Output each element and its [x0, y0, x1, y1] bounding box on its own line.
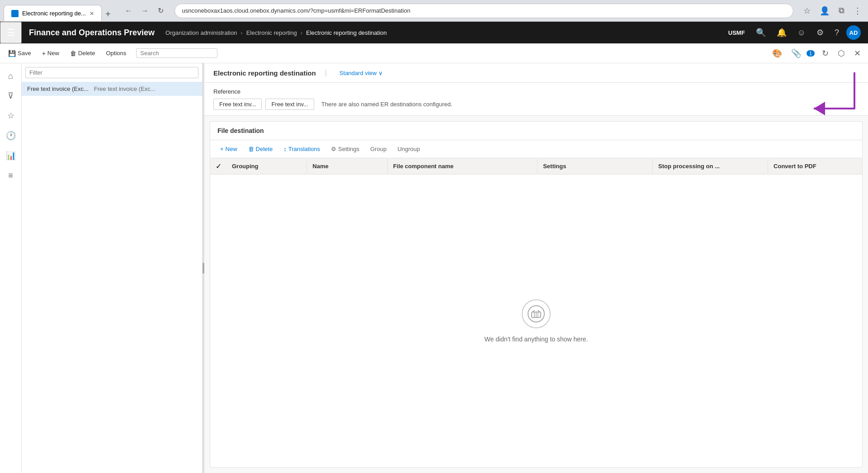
list-nav-button[interactable]: ≡: [2, 166, 20, 184]
col-grouping-header[interactable]: Grouping: [226, 159, 307, 173]
browser-menu-button[interactable]: ⋮: [851, 4, 864, 18]
settings-fd-button[interactable]: ⚙ Settings: [326, 144, 364, 154]
header-help-icon[interactable]: ?: [831, 26, 843, 39]
browser-chrome: Electronic reporting de... ✕ + ← → ↻ usn…: [0, 0, 868, 22]
table-header: ✓ Grouping Name File component name Sett…: [210, 158, 862, 175]
file-destination-section: File destination + New 🗑 Delete ↕ Transl…: [210, 121, 863, 468]
empty-state-text: We didn't find anything to show here.: [485, 336, 588, 343]
forward-button[interactable]: →: [138, 5, 152, 17]
breadcrumb-sep-2: ›: [301, 29, 302, 36]
save-label: Save: [18, 50, 31, 57]
reference-section: Reference Free text inv... Free text inv…: [204, 83, 868, 116]
ref-button-2[interactable]: Free text inv...: [265, 99, 314, 110]
tab-title: Electronic reporting de...: [22, 10, 86, 17]
new-label: New: [47, 50, 59, 57]
bookmark-button[interactable]: ☆: [801, 4, 813, 18]
extensions-button[interactable]: ⧉: [836, 4, 847, 17]
header-search-icon[interactable]: 🔍: [752, 26, 769, 39]
filter-nav-button[interactable]: ⊽: [2, 87, 20, 105]
breadcrumb: Organization administration › Electronic…: [162, 29, 721, 36]
save-icon: 💾: [8, 50, 16, 57]
delete-button[interactable]: 🗑 Delete: [66, 48, 100, 59]
new-fd-button[interactable]: + New: [216, 144, 242, 154]
left-nav: ⌂ ⊽ ☆ 🕐 📊 ≡: [0, 63, 22, 473]
hamburger-menu-button[interactable]: ☰: [0, 22, 22, 43]
list-items: Free text invoice (Exc... Free text invo…: [22, 82, 202, 473]
translations-fd-label: Translations: [288, 146, 320, 152]
group-fd-label: Group: [370, 146, 387, 152]
list-filter-input[interactable]: [25, 67, 198, 78]
header-actions: USMF 🔍 🔔 ☺ ⚙ ? AD: [721, 25, 868, 40]
address-bar[interactable]: usnconeboxax1aos.cloud.onebox.dynamics.c…: [175, 4, 793, 18]
close-detail-icon[interactable]: ✕: [850, 47, 864, 60]
breadcrumb-er[interactable]: Electronic reporting: [246, 29, 297, 36]
new-fd-label: New: [226, 146, 237, 152]
toolbar-search-input[interactable]: [136, 48, 217, 58]
active-tab[interactable]: Electronic reporting de... ✕: [4, 5, 102, 21]
ref-button-1[interactable]: Free text inv...: [213, 99, 262, 110]
list-panel: Free text invoice (Exc... Free text invo…: [22, 63, 203, 473]
analytics-nav-button[interactable]: 📊: [2, 147, 20, 165]
settings-fd-icon: ⚙: [331, 146, 336, 152]
list-item-col1: Free text invoice (Exc...: [27, 85, 89, 92]
refresh-button[interactable]: ↻: [154, 5, 167, 17]
new-icon: +: [42, 50, 46, 57]
delete-fd-icon: 🗑: [248, 146, 254, 152]
list-item[interactable]: Free text invoice (Exc... Free text invo…: [22, 82, 202, 96]
col-file-component-header[interactable]: File component name: [388, 159, 538, 173]
breadcrumb-org-admin[interactable]: Organization administration: [165, 29, 237, 36]
view-selector[interactable]: Standard view ∨: [340, 70, 383, 76]
col-check[interactable]: ✓: [210, 158, 226, 174]
profile-button[interactable]: 👤: [817, 4, 832, 18]
attach-icon[interactable]: 📎: [788, 47, 805, 60]
new-button[interactable]: + New: [38, 48, 64, 59]
delete-icon: 🗑: [70, 50, 76, 57]
ungroup-fd-button[interactable]: Ungroup: [393, 144, 425, 154]
pin-nav-button[interactable]: ☆: [2, 107, 20, 125]
options-button[interactable]: Options: [101, 48, 131, 58]
view-selector-chevron: ∨: [378, 70, 383, 76]
back-button[interactable]: ←: [122, 5, 136, 17]
translations-fd-button[interactable]: ↕ Translations: [279, 144, 325, 154]
personalize-icon[interactable]: 🎨: [769, 47, 786, 60]
col-convert-header[interactable]: Convert to PDF: [768, 159, 862, 173]
group-fd-button[interactable]: Group: [366, 144, 391, 154]
detail-panel: Electronic reporting destination | Stand…: [204, 63, 868, 473]
col-settings-header[interactable]: Settings: [538, 159, 653, 173]
main-toolbar: 💾 Save + New 🗑 Delete Options 🎨 📎 1 ↻ ⬡ …: [0, 43, 868, 63]
reference-buttons: Free text inv... Free text inv... There …: [213, 99, 859, 110]
empty-basket-svg: [527, 305, 545, 323]
history-nav-button[interactable]: 🕐: [2, 127, 20, 145]
new-fd-icon: +: [220, 146, 224, 152]
browser-controls: ← → ↻: [118, 5, 171, 17]
col-name-header[interactable]: Name: [307, 159, 387, 173]
translations-fd-icon: ↕: [283, 146, 287, 152]
ungroup-fd-label: Ungroup: [397, 146, 420, 152]
open-new-icon[interactable]: ⬡: [834, 47, 849, 60]
detail-area: Electronic reporting destination | Stand…: [204, 63, 868, 473]
file-dest-toolbar: + New 🗑 Delete ↕ Translations ⚙ Settings: [210, 140, 862, 158]
delete-fd-button[interactable]: 🗑 Delete: [244, 144, 278, 154]
table-body: We didn't find anything to show here.: [210, 175, 862, 467]
list-filter-area: [22, 63, 202, 82]
new-tab-button[interactable]: +: [102, 7, 114, 21]
header-notification-icon[interactable]: 🔔: [773, 26, 790, 39]
url-text: usnconeboxax1aos.cloud.onebox.dynamics.c…: [182, 7, 410, 14]
user-avatar[interactable]: AD: [846, 25, 861, 40]
save-button[interactable]: 💾 Save: [4, 48, 36, 59]
refresh-icon[interactable]: ↻: [818, 47, 832, 60]
delete-fd-label: Delete: [256, 146, 273, 152]
breadcrumb-current: Electronic reporting destination: [306, 29, 387, 36]
home-nav-button[interactable]: ⌂: [2, 67, 20, 85]
file-dest-title: File destination: [217, 127, 264, 134]
app-title: Finance and Operations Preview: [22, 28, 162, 38]
settings-fd-label: Settings: [338, 146, 359, 152]
user-code: USMF: [728, 29, 745, 36]
header-smiley-icon[interactable]: ☺: [794, 26, 809, 39]
header-settings-icon[interactable]: ⚙: [813, 26, 827, 39]
file-dest-header: File destination: [210, 122, 862, 140]
col-stop-header[interactable]: Stop processing on ...: [653, 159, 768, 173]
detail-title: Electronic reporting destination: [213, 69, 316, 77]
tab-close-button[interactable]: ✕: [90, 10, 94, 17]
empty-state-icon: [522, 299, 551, 328]
